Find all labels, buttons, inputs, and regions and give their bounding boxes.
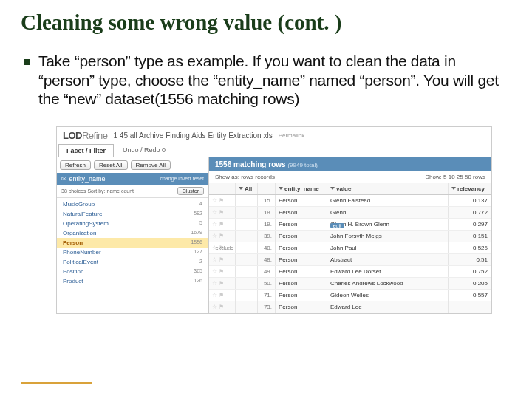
facet-header: ✉ entity_name change invert reset xyxy=(57,173,208,185)
star-icon[interactable]: ☆ xyxy=(212,280,217,287)
star-icon[interactable]: ☆ xyxy=(212,292,217,299)
star-icon[interactable]: ☆ xyxy=(212,233,217,239)
table-row[interactable]: ☆ ⚑40.PersonJohn Paul0.526 xyxy=(209,242,491,254)
edit-pill[interactable]: edit xyxy=(330,223,344,228)
exclude-link[interactable]: exclude xyxy=(216,245,233,250)
facet-item-person[interactable]: Person1556exclude xyxy=(57,238,208,248)
column-entity-name[interactable]: entity_name xyxy=(276,183,327,194)
table-row[interactable]: ☆ ⚑49.PersonEdward Lee Dorset0.752 xyxy=(209,266,491,278)
table-row[interactable]: ☆ ⚑19.PersoneditGlenn H. Brown Glenn0.29… xyxy=(209,219,491,231)
facet-item-organization[interactable]: Organization1679 xyxy=(57,228,208,238)
facet-panel: Refresh Reset All Remove All ✉ entity_na… xyxy=(57,157,209,313)
flag-icon[interactable]: ⚑ xyxy=(219,304,224,310)
chevron-down-icon xyxy=(279,187,283,190)
table-row[interactable]: ☆ ⚑48.PersonAbstract0.51 xyxy=(209,254,491,266)
reset-all-button[interactable]: Reset All xyxy=(94,160,128,170)
flag-icon[interactable]: ⚑ xyxy=(219,256,224,263)
flag-icon[interactable]: ⚑ xyxy=(219,197,224,204)
facet-item-musicgroup[interactable]: MusicGroup4 xyxy=(57,200,208,209)
remove-all-button[interactable]: Remove All xyxy=(131,160,171,170)
flag-icon[interactable]: ⚑ xyxy=(219,221,224,228)
facet-item-politicalevent[interactable]: PoliticalEvent2 xyxy=(57,257,208,267)
facet-item-operatingsystem[interactable]: OperatingSystem5 xyxy=(57,219,208,228)
chevron-down-icon xyxy=(239,187,243,190)
facet-item-naturalfeature[interactable]: NaturalFeature582 xyxy=(57,209,208,219)
slide-title: Cleaning some wrong value (cont. ) xyxy=(21,10,511,38)
flag-icon[interactable]: ⚑ xyxy=(219,268,224,275)
matching-rows-header: 1556 matching rows (9949 total) xyxy=(209,157,491,171)
accent-divider xyxy=(21,382,92,384)
facet-item-position[interactable]: Position365 xyxy=(57,267,208,276)
table-row[interactable]: ☆ ⚑50.PersonCharles Andrews Lockwood0.20… xyxy=(209,278,491,290)
refresh-button[interactable]: Refresh xyxy=(60,160,91,170)
flag-icon[interactable]: ⚑ xyxy=(219,292,224,299)
star-icon[interactable]: ☆ xyxy=(212,304,217,310)
slide-body-text: Take “person” type as example. If you wa… xyxy=(38,52,505,109)
show-count-control[interactable]: Show: 5 10 25 50 rows xyxy=(426,174,485,180)
flag-icon[interactable]: ⚑ xyxy=(219,233,224,239)
table-row[interactable]: ☆ ⚑71.PersonGideon Welles0.557 xyxy=(209,290,491,301)
star-icon[interactable]: ☆ xyxy=(212,256,217,263)
cluster-button[interactable]: Cluster xyxy=(177,187,204,195)
star-icon[interactable]: ☆ xyxy=(212,221,217,228)
tab-facet-filter[interactable]: Facet / Filter xyxy=(58,144,114,157)
data-grid-panel: 1556 matching rows (9949 total) Show as:… xyxy=(209,157,491,313)
chevron-down-icon xyxy=(330,187,335,190)
flag-icon[interactable]: ⚑ xyxy=(219,280,224,287)
star-icon[interactable]: ☆ xyxy=(212,268,217,275)
facet-name: ✉ entity_name xyxy=(61,175,106,183)
chevron-down-icon xyxy=(451,187,456,190)
facet-list: MusicGroup4NaturalFeature582OperatingSys… xyxy=(57,198,208,287)
table-row[interactable]: ☆ ⚑15.PersonGlenn Falstead0.137 xyxy=(209,195,491,207)
facet-item-product[interactable]: Product126 xyxy=(57,276,208,286)
permalink-link[interactable]: Permalink xyxy=(279,132,305,139)
facet-choices-label: 38 choices Sort by: name count xyxy=(61,188,134,194)
star-icon[interactable]: ☆ xyxy=(212,197,217,204)
table-row[interactable]: ☆ ⚑39.PersonJohn Forsyth Meigs0.151 xyxy=(209,231,491,242)
show-as-control[interactable]: Show as: rows records xyxy=(215,174,275,180)
table-header: All entity_name value relevancy xyxy=(209,183,491,195)
column-all[interactable]: All xyxy=(236,183,258,194)
file-title: 1 45 all Archive Finding Aids Entity Ext… xyxy=(114,132,273,140)
column-relevancy[interactable]: relevancy xyxy=(449,183,491,194)
facet-controls[interactable]: change invert reset xyxy=(160,176,204,181)
facet-item-phonenumber[interactable]: PhoneNumber127 xyxy=(57,248,208,257)
star-icon[interactable]: ☆ xyxy=(212,209,217,216)
table-row[interactable]: ☆ ⚑18.PersonGlenn0.772 xyxy=(209,207,491,219)
column-value[interactable]: value xyxy=(327,183,449,194)
tab-undo-redo[interactable]: Undo / Redo 0 xyxy=(115,144,173,157)
lodrefine-screenshot: LODRefine 1 45 all Archive Finding Aids … xyxy=(56,126,492,314)
flag-icon[interactable]: ⚑ xyxy=(219,209,224,216)
bullet-icon xyxy=(24,59,30,65)
app-logo: LODRefine xyxy=(63,130,108,141)
table-row[interactable]: ☆ ⚑73.PersonEdward Lee xyxy=(209,301,491,313)
